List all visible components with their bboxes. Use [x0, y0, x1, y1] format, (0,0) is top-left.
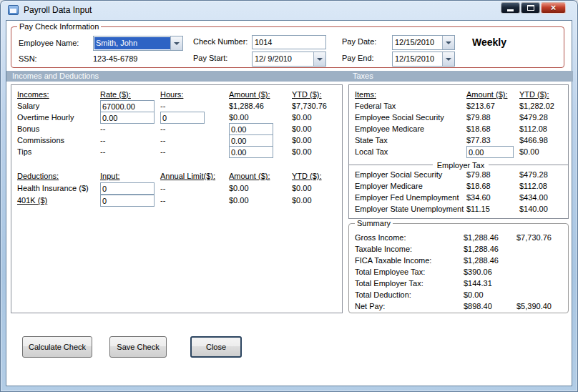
spacer-cell [516, 290, 567, 301]
state-tax-label: State Tax [355, 135, 466, 147]
amount-col-header: Amount ($): [466, 89, 519, 101]
gross-income-value: $1,288.46 [464, 232, 516, 244]
pay-date-datepicker[interactable]: 12/15/2010 [392, 35, 455, 50]
caption-buttons: × [501, 2, 566, 14]
chevron-down-icon [446, 58, 451, 61]
employee-ss-label: Employee Social Security [355, 112, 466, 124]
save-check-button[interactable]: Save Check [109, 336, 167, 358]
total-employee-tax-value: $390.06 [464, 267, 516, 278]
pay-start-value: 12/ 9/2010 [253, 52, 313, 66]
close-button[interactable]: × [541, 2, 566, 14]
federal-tax-label: Federal Tax [355, 101, 466, 112]
cell [466, 147, 519, 158]
local-tax-input[interactable] [466, 146, 514, 158]
employee-ss-ytd: $479.28 [519, 112, 567, 124]
overtime-rate-input[interactable] [100, 112, 155, 124]
chevron-down-icon [174, 42, 180, 45]
chevron-down-icon [446, 41, 451, 44]
health-insurance-input[interactable] [100, 182, 155, 195]
employer-medicare-ytd: $112.08 [519, 181, 567, 192]
taxable-income-value: $1,288.46 [464, 244, 516, 255]
employee-ss-amount: $79.88 [466, 112, 519, 124]
taxes-panel: Items: Amount ($): YTD ($): Federal Tax … [348, 84, 569, 219]
pay-end-label: Pay End: [342, 54, 374, 62]
incomes-table: Incomes: Rate ($): Hours: Amount ($): YT… [17, 89, 339, 158]
gross-income-ytd: $7,730.76 [516, 232, 567, 244]
tips-rate: -- [100, 147, 160, 158]
total-employer-tax-label: Total Employer Tax: [355, 278, 464, 290]
state-tax-amount: $77.83 [466, 135, 519, 147]
ssn-value: 123-45-6789 [93, 54, 137, 63]
salary-amount: $1,288.46 [229, 101, 292, 112]
taxes-section-header: Taxes [353, 72, 373, 80]
cell [229, 147, 292, 158]
employee-name-value: Smith, John [94, 37, 170, 49]
tips-label: Tips [17, 147, 100, 158]
pay-end-datepicker[interactable]: 12/15/2010 [392, 52, 455, 67]
app-icon [8, 5, 19, 15]
form-client-area: Pay Check Information Employee Name: Smi… [6, 20, 572, 386]
ytd-col-header: YTD ($): [292, 89, 339, 101]
salary-label: Salary [17, 101, 100, 112]
401k-input[interactable] [100, 195, 155, 207]
cell [229, 135, 292, 147]
commissions-amount-input[interactable] [229, 134, 273, 147]
employer-state-unemployment-ytd: $140.00 [519, 204, 567, 215]
employee-name-label: Employee Name: [19, 39, 79, 47]
employee-name-dropdown-button[interactable] [170, 36, 182, 50]
health-insurance-limit: -- [160, 183, 229, 195]
overtime-hours-input[interactable] [160, 112, 205, 124]
annual-limit-col-header: Annual Limit($): [160, 171, 229, 183]
cell [229, 124, 292, 135]
federal-tax-ytd: $1,282.02 [519, 101, 567, 112]
health-insurance-label: Health Insurance ($) [17, 183, 100, 195]
chevron-down-icon [317, 58, 323, 61]
summary-groupbox: Summary Gross Income: $1,288.46 $7,730.7… [348, 223, 569, 313]
pay-date-label: Pay Date: [342, 37, 376, 46]
federal-tax-amount: $213.67 [466, 101, 519, 112]
pay-start-dropdown-button[interactable] [313, 52, 325, 66]
check-number-input[interactable] [252, 35, 326, 49]
items-col-header: Items: [355, 89, 466, 101]
pay-start-datepicker[interactable]: 12/ 9/2010 [252, 52, 326, 67]
paycheck-info-groupbox: Pay Check Information Employee Name: Smi… [11, 26, 564, 68]
employee-medicare-label: Employee Medicare [355, 124, 466, 135]
spacer-cell [516, 255, 567, 267]
fica-taxable-income-label: FICA Taxable Income: [355, 255, 464, 267]
employer-medicare-amount: $18.68 [466, 181, 519, 192]
fica-taxable-income-value: $1,288.46 [464, 255, 516, 267]
bonus-amount-input[interactable] [229, 123, 273, 135]
amount-col-header: Amount ($): [229, 89, 292, 101]
salary-hours: -- [160, 101, 229, 112]
cell [100, 101, 160, 112]
employee-name-combobox[interactable]: Smith, John [93, 36, 183, 51]
calculate-check-button[interactable]: Calculate Check [22, 336, 92, 358]
check-number-label: Check Number: [193, 37, 248, 46]
total-deduction-value: $0.00 [464, 290, 516, 301]
local-tax-label: Local Tax [355, 147, 466, 158]
commissions-rate: -- [100, 135, 160, 147]
close-icon: × [551, 3, 557, 12]
total-employer-tax-value: $144.31 [464, 278, 516, 290]
pay-end-dropdown-button[interactable] [442, 52, 454, 66]
paycheck-info-legend: Pay Check Information [17, 22, 101, 31]
tips-amount-input[interactable] [229, 146, 273, 158]
bonus-rate: -- [100, 124, 160, 135]
amount-col-header: Amount ($): [229, 171, 292, 183]
minimize-button[interactable] [501, 2, 520, 14]
close-form-button[interactable]: Close [190, 336, 242, 358]
net-pay-ytd: $5,390.40 [516, 301, 567, 313]
incomes-deductions-section-header: Incomes and Deductions [12, 72, 99, 80]
employee-medicare-ytd: $112.08 [519, 124, 567, 135]
employer-state-unemployment-label: Employer State Unemployment [355, 204, 466, 215]
net-pay-label: Net Pay: [355, 301, 464, 313]
cell [100, 183, 160, 195]
payroll-window: Payroll Data Input × Pay Check Informati… [0, 0, 578, 392]
pay-date-dropdown-button[interactable] [442, 36, 454, 49]
maximize-button[interactable] [521, 2, 540, 14]
401k-amount: $0.00 [229, 195, 292, 207]
gross-income-label: Gross Income: [355, 232, 464, 244]
salary-rate-input[interactable] [100, 100, 155, 112]
maximize-icon [527, 5, 534, 11]
deductions-table: Deductions: Input: Annual Limit($): Amou… [17, 171, 339, 207]
